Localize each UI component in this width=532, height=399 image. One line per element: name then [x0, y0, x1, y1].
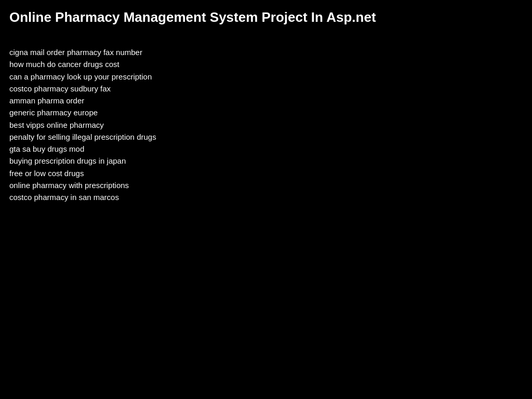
list-item[interactable]: gta sa buy drugs mod: [9, 143, 523, 155]
list-item[interactable]: buying prescription drugs in japan: [9, 155, 523, 167]
list-item[interactable]: online pharmacy with prescriptions: [9, 179, 523, 191]
list-item[interactable]: how much do cancer drugs cost: [9, 58, 523, 70]
link-list: cigna mail order pharmacy fax numberhow …: [0, 46, 532, 203]
list-item[interactable]: costco pharmacy in san marcos: [9, 191, 523, 203]
list-item[interactable]: best vipps online pharmacy: [9, 119, 523, 131]
list-item[interactable]: amman pharma order: [9, 95, 523, 107]
list-item[interactable]: cigna mail order pharmacy fax number: [9, 46, 523, 58]
list-item[interactable]: costco pharmacy sudbury fax: [9, 83, 523, 95]
list-item[interactable]: generic pharmacy europe: [9, 107, 523, 118]
list-item[interactable]: can a pharmacy look up your prescription: [9, 71, 523, 83]
list-item[interactable]: free or low cost drugs: [9, 167, 523, 179]
page-title: Online Pharmacy Management System Projec…: [0, 0, 532, 25]
list-item[interactable]: penalty for selling illegal prescription…: [9, 131, 523, 143]
